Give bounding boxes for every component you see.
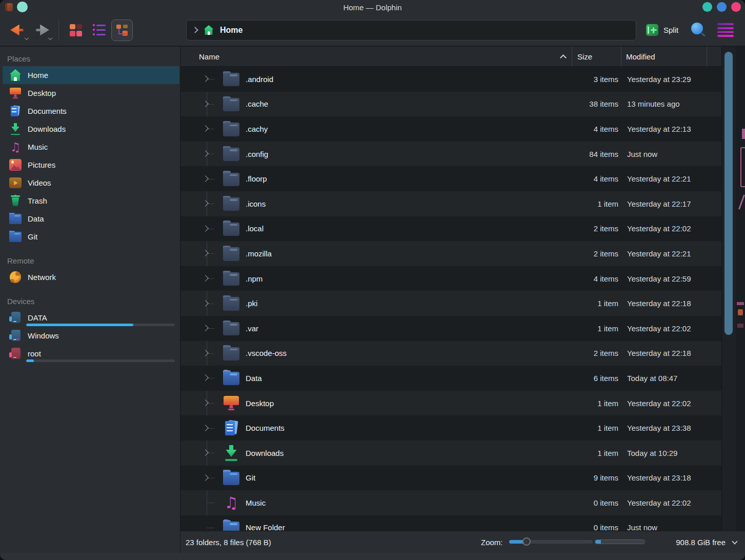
file-size: 9 items (552, 473, 618, 482)
file-row-icons[interactable]: .icons1 itemYesterday at 22:17 (180, 191, 721, 216)
folder-hidden-icon (223, 345, 239, 362)
folder-view: Name Size Modified .android3 itemsYester… (180, 47, 745, 531)
file-row-vscode-oss[interactable]: .vscode-oss2 itemsYesterday at 22:18 (180, 341, 721, 366)
sidebar-item-label: Music (28, 143, 48, 151)
pictures-icon (9, 159, 22, 171)
breadcrumb[interactable]: Home (220, 26, 243, 35)
forward-button[interactable] (30, 19, 53, 42)
file-modified: Yesterday at 22:18 (618, 299, 721, 308)
sidebar-item-downloads[interactable]: Downloads (3, 120, 179, 138)
zoom-slider-handle[interactable] (522, 537, 531, 546)
downloads-icon (9, 123, 22, 135)
file-size: 1 item (552, 324, 618, 333)
file-row-config[interactable]: .config84 itemsJust now (180, 142, 721, 167)
details-view-button[interactable] (111, 19, 133, 41)
documents-icon (223, 420, 239, 436)
file-row-cachy[interactable]: .cachy4 itemsYesterday at 22:13 (180, 116, 721, 142)
sidebar-item-network[interactable]: Network (3, 268, 179, 286)
file-row-npm[interactable]: .npm4 itemsYesterday at 22:59 (180, 266, 721, 291)
sidebar-item-music[interactable]: Music (3, 138, 179, 156)
file-row-var[interactable]: .var1 itemYesterday at 22:02 (180, 316, 721, 341)
sidebar-item-data[interactable]: Data (3, 210, 179, 228)
sidebar-item-documents[interactable]: Documents (3, 102, 179, 120)
sidebar-item-root[interactable]: root (3, 345, 179, 363)
folder-icon (9, 231, 22, 243)
file-row-mozilla[interactable]: .mozilla2 itemsYesterday at 22:21 (180, 241, 721, 266)
folder-icon (223, 519, 239, 531)
file-row-cache[interactable]: .cache38 items13 minutes ago (180, 92, 721, 117)
videos-icon (9, 177, 22, 189)
file-row-documents[interactable]: Documents1 itemYesterday at 23:38 (180, 415, 721, 441)
maximize-button[interactable] (717, 2, 727, 12)
column-header[interactable]: Name Size Modified (180, 47, 721, 67)
window-content: PlacesHomeDesktopDocumentsDownloadsMusic… (0, 47, 745, 553)
desktop-icon (223, 395, 239, 411)
file-row-git[interactable]: Git9 itemsYesterday at 23:18 (180, 466, 721, 491)
file-size: 1 item (552, 199, 618, 208)
minimize-button[interactable] (702, 2, 712, 12)
file-size: 1 item (552, 299, 618, 308)
folder-icon (223, 370, 239, 386)
sidebar-item-label: DATA (28, 313, 47, 322)
free-space-bar-used (595, 540, 601, 544)
toolbar-separator (58, 19, 59, 41)
compact-view-button[interactable] (88, 19, 111, 42)
compact-view-icon (92, 23, 107, 37)
sidebar-item-home[interactable]: Home (3, 66, 179, 84)
split-button[interactable]: Split (646, 24, 678, 37)
search-button[interactable] (691, 23, 706, 38)
sidebar-item-desktop[interactable]: Desktop (3, 84, 179, 102)
file-size: 0 items (552, 498, 618, 507)
file-row-music[interactable]: Music0 itemsYesterday at 22:02 (180, 490, 721, 515)
close-button[interactable] (731, 2, 741, 12)
sidebar-item-pictures[interactable]: Pictures (3, 156, 179, 174)
music-icon (223, 494, 239, 511)
file-row-android[interactable]: .android3 itemsYesterday at 23:29 (180, 67, 721, 92)
titlebar[interactable]: Home — Dolphin (0, 0, 745, 14)
icons-view-button[interactable] (64, 19, 88, 42)
file-row-floorp[interactable]: .floorp4 itemsYesterday at 22:21 (180, 166, 721, 191)
column-header-modified[interactable]: Modified (621, 47, 707, 66)
file-size: 38 items (552, 99, 618, 108)
scrollbar-thumb[interactable] (724, 52, 733, 335)
back-arrow-icon (9, 23, 27, 38)
chevron-right-icon[interactable] (192, 27, 198, 33)
back-button[interactable] (6, 19, 30, 42)
folder-hidden-icon (223, 121, 239, 137)
file-row-local[interactable]: .local2 itemsYesterday at 22:02 (180, 216, 721, 242)
sidebar-item-label: Downloads (28, 125, 66, 133)
sidebar-item-data[interactable]: DATA (3, 309, 179, 327)
sidebar-section-label: Remote (0, 253, 180, 268)
sidebar-section-remote: RemoteNetwork (0, 253, 180, 286)
file-row-pki[interactable]: .pki1 itemYesterday at 22:18 (180, 291, 721, 316)
file-row-downloads[interactable]: Downloads1 itemToday at 10:29 (180, 441, 721, 466)
details-view-icon (115, 24, 129, 37)
file-modified: Yesterday at 22:17 (618, 199, 721, 208)
edge-fragment (738, 309, 743, 315)
hamburger-menu-button[interactable] (717, 23, 734, 37)
folder-hidden-icon (223, 270, 239, 287)
column-header-size[interactable]: Size (572, 47, 621, 66)
file-row-data[interactable]: Data6 itemsToday at 08:47 (180, 366, 721, 391)
scrollbar[interactable] (721, 47, 736, 531)
file-modified: 13 minutes ago (618, 99, 721, 108)
file-modified: Today at 10:29 (618, 449, 721, 457)
zoom-slider[interactable] (509, 540, 593, 544)
sidebar-item-git[interactable]: Git (3, 228, 179, 246)
file-row-desktop[interactable]: Desktop1 itemYesterday at 22:02 (180, 391, 721, 416)
sidebar-item-trash[interactable]: Trash (3, 192, 179, 210)
chevron-down-icon[interactable] (732, 538, 737, 544)
zoom-label: Zoom: (481, 538, 503, 547)
location-bar[interactable]: Home (186, 20, 636, 41)
sidebar-item-windows[interactable]: Windows (3, 327, 179, 345)
file-size: 4 items (552, 174, 618, 183)
column-header-name[interactable]: Name (180, 47, 572, 66)
file-row-new-folder[interactable]: New Folder0 itemsJust now (180, 515, 721, 531)
free-space-label: 908.8 GiB free (676, 538, 726, 547)
sidebar-section-places: PlacesHomeDesktopDocumentsDownloadsMusic… (0, 51, 180, 246)
window-title: Home — Dolphin (0, 3, 745, 12)
folder-hidden-icon (223, 146, 239, 162)
file-rows: .android3 itemsYesterday at 23:29.cache3… (180, 67, 721, 531)
file-modified: Just now (618, 150, 721, 158)
sidebar-item-videos[interactable]: Videos (3, 174, 179, 192)
